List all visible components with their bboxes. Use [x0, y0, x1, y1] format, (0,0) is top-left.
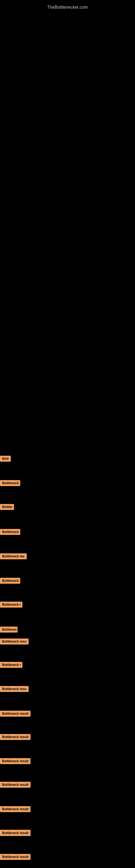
- bottleneck-result-label-9: Bottleneck resu: [0, 639, 29, 645]
- bottleneck-result-label-6: Bottleneck: [0, 578, 20, 584]
- bottleneck-result-label-19: Bottleneck result: [0, 830, 31, 836]
- bottleneck-result-label-16: Bottleneck result: [0, 806, 31, 812]
- bottleneck-result-label-14: Bottleneck result: [0, 758, 31, 764]
- bottleneck-result-label-5: Bottleneck res: [0, 553, 27, 559]
- bottleneck-result-label-10: Bottleneck r: [0, 662, 22, 668]
- bottleneck-result-label-1: Bott: [0, 456, 11, 462]
- bottleneck-result-label-20: Bottleneck result: [0, 854, 31, 860]
- bottleneck-result-label-12: Bottleneck result: [0, 711, 31, 717]
- bottleneck-result-label-11: Bottleneck resu: [0, 686, 29, 692]
- bottleneck-result-label-4: Bottleneck: [0, 529, 20, 535]
- bottleneck-result-label-3: Bottler: [0, 504, 14, 510]
- bottleneck-result-label-7: Bottleneck r: [0, 601, 22, 608]
- site-title: TheBottlenecker.com: [0, 2, 135, 12]
- bottleneck-result-label-15: Bottleneck result: [0, 782, 31, 788]
- bottleneck-result-label-2: Bottleneck: [0, 480, 20, 486]
- bottleneck-result-label-13: Bottleneck result: [0, 734, 31, 740]
- bottleneck-result-label-8: Bottlenec: [0, 627, 17, 632]
